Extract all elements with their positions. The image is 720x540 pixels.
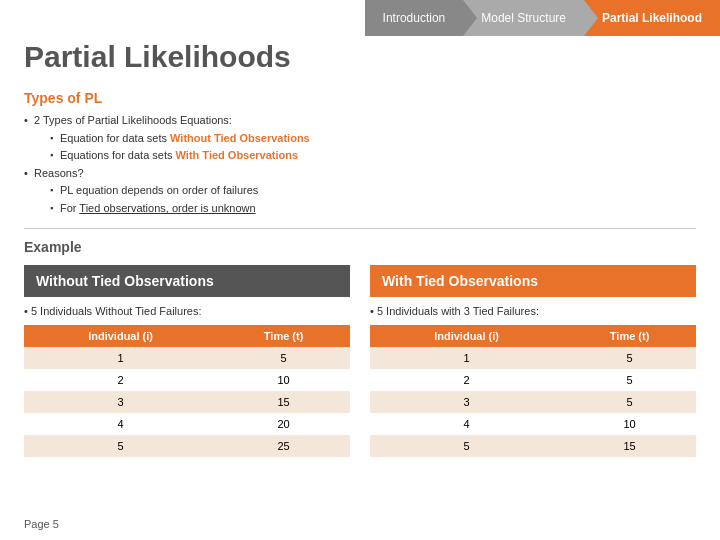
highlight-with: With Tied Observations	[176, 149, 299, 161]
table-row: 315	[24, 391, 350, 413]
table-row: 15	[370, 347, 696, 369]
right-column-desc: • 5 Individuals with 3 Tied Failures:	[370, 305, 696, 317]
table-row: 25	[370, 369, 696, 391]
left-column-header: Without Tied Observations	[24, 265, 350, 297]
table-row: 15	[24, 347, 350, 369]
sub-list-2: PL equation depends on order of failures…	[34, 182, 696, 217]
nav-item-model-structure[interactable]: Model Structure	[463, 0, 584, 36]
two-column-layout: Without Tied Observations • 5 Individual…	[24, 265, 696, 457]
right-table-header-time: Time (t)	[563, 325, 696, 347]
left-column: Without Tied Observations • 5 Individual…	[24, 265, 350, 457]
table-row: 210	[24, 369, 350, 391]
left-column-desc: • 5 Individuals Without Tied Failures:	[24, 305, 350, 317]
table-row: 410	[370, 413, 696, 435]
nav-item-partial-likelihood[interactable]: Partial Likelihood	[584, 0, 720, 36]
sub-item-1: Equation for data sets Without Tied Obse…	[50, 130, 696, 148]
left-table: Individual (i) Time (t) 15210315420525	[24, 325, 350, 457]
nav-item-introduction[interactable]: Introduction	[365, 0, 464, 36]
content-area: Types of PL 2 Types of Partial Likelihoo…	[24, 90, 696, 457]
sub-list-1: Equation for data sets Without Tied Obse…	[34, 130, 696, 165]
section-divider	[24, 228, 696, 229]
section-title: Types of PL	[24, 90, 696, 106]
nav-bar: Introduction Model Structure Partial Lik…	[365, 0, 720, 36]
left-table-header-individual: Individual (i)	[24, 325, 217, 347]
sub-item-4: For Tied observations, order is unknown	[50, 200, 696, 218]
table-row: 420	[24, 413, 350, 435]
sub-item-2: Equations for data sets With Tied Observ…	[50, 147, 696, 165]
right-table-header-individual: Individual (i)	[370, 325, 563, 347]
table-row: 515	[370, 435, 696, 457]
bullet-item-2: Reasons? PL equation depends on order of…	[24, 165, 696, 218]
bullet-item-1: 2 Types of Partial Likelihoods Equations…	[24, 112, 696, 165]
left-table-header-time: Time (t)	[217, 325, 350, 347]
page-title: Partial Likelihoods	[24, 40, 291, 74]
nav-label-partial-likelihood: Partial Likelihood	[602, 11, 702, 25]
right-column: With Tied Observations • 5 Individuals w…	[370, 265, 696, 457]
nav-label-introduction: Introduction	[383, 11, 446, 25]
page-number: Page 5	[24, 518, 59, 530]
highlight-without: Without Tied Observations	[170, 132, 310, 144]
right-table: Individual (i) Time (t) 152535410515	[370, 325, 696, 457]
table-row: 525	[24, 435, 350, 457]
nav-label-model-structure: Model Structure	[481, 11, 566, 25]
table-row: 35	[370, 391, 696, 413]
sub-item-3: PL equation depends on order of failures	[50, 182, 696, 200]
bullet-list: 2 Types of Partial Likelihoods Equations…	[24, 112, 696, 218]
right-column-header: With Tied Observations	[370, 265, 696, 297]
example-label: Example	[24, 239, 696, 255]
